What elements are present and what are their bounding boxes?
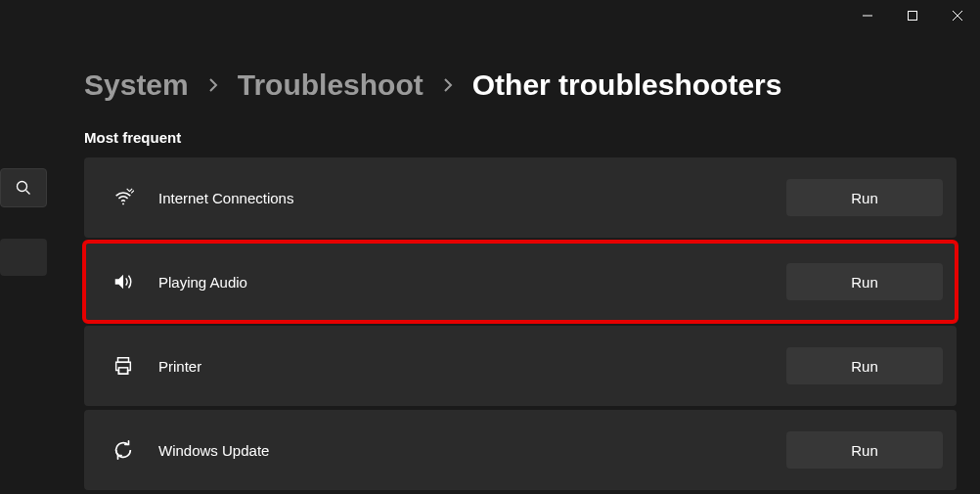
run-button[interactable]: Run [786, 431, 943, 469]
close-button[interactable] [935, 0, 980, 31]
troubleshooter-list: Internet Connections Run Playing Audio R… [84, 157, 957, 490]
svg-point-1 [18, 182, 27, 192]
svg-point-2 [122, 203, 124, 205]
troubleshooter-label: Internet Connections [158, 190, 786, 206]
troubleshooter-internet-connections[interactable]: Internet Connections Run [84, 157, 957, 238]
main-content: System Troubleshoot Other troubleshooter… [0, 0, 980, 490]
chevron-right-icon [208, 77, 218, 93]
nav-item[interactable] [0, 239, 47, 276]
printer-icon [110, 355, 137, 377]
search-icon [16, 180, 31, 196]
wifi-icon [110, 187, 137, 208]
troubleshooter-label: Printer [158, 358, 786, 375]
chevron-right-icon [443, 77, 453, 93]
refresh-icon [110, 439, 137, 461]
maximize-icon [908, 11, 917, 21]
troubleshooter-printer[interactable]: Printer Run [84, 326, 957, 406]
run-button[interactable]: Run [786, 179, 943, 216]
troubleshooter-windows-update[interactable]: Windows Update Run [84, 410, 957, 490]
left-rail [0, 168, 47, 276]
troubleshooter-label: Playing Audio [158, 274, 786, 291]
window-titlebar [845, 0, 980, 31]
section-heading: Most frequent [84, 129, 957, 146]
breadcrumb-current: Other troubleshooters [472, 68, 782, 102]
breadcrumb-system[interactable]: System [84, 68, 189, 102]
breadcrumb-troubleshoot[interactable]: Troubleshoot [238, 68, 423, 102]
svg-rect-4 [118, 368, 127, 374]
minimize-button[interactable] [845, 0, 890, 31]
run-button[interactable]: Run [786, 347, 943, 384]
close-icon [953, 11, 962, 21]
troubleshooter-playing-audio[interactable]: Playing Audio Run [84, 242, 957, 322]
search-button[interactable] [0, 168, 47, 207]
run-button[interactable]: Run [786, 263, 943, 300]
breadcrumb: System Troubleshoot Other troubleshooter… [84, 68, 957, 102]
svg-rect-0 [909, 12, 917, 21]
speaker-icon [110, 271, 137, 292]
troubleshooter-label: Windows Update [158, 442, 786, 459]
maximize-button[interactable] [890, 0, 935, 31]
minimize-icon [863, 11, 872, 21]
